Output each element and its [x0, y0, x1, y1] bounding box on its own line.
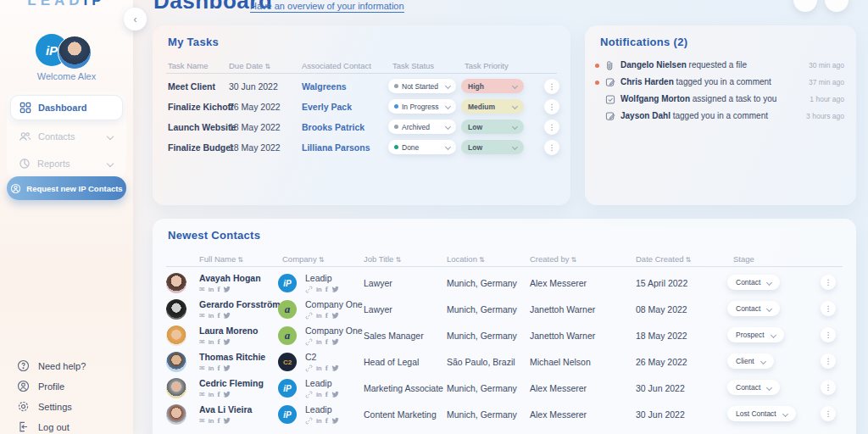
- row-menu-button[interactable]: ⋮: [821, 353, 836, 369]
- chevron-down-icon: [760, 358, 766, 364]
- company-name[interactable]: Leadip: [305, 404, 339, 415]
- sidebar-item-need-help[interactable]: Need help?: [17, 359, 86, 372]
- task-status-dropdown[interactable]: Not Started: [388, 79, 456, 93]
- contact-name[interactable]: Thomas Ritchie: [199, 352, 265, 362]
- company-name[interactable]: C2: [305, 352, 339, 362]
- task-status-dropdown[interactable]: Done: [388, 140, 456, 154]
- sidebar-item-settings[interactable]: Settings: [17, 400, 72, 413]
- col-due-date[interactable]: Due Date⇅: [229, 61, 270, 70]
- notification-item[interactable]: Wolfgang Morton assigned a task to you 1…: [585, 93, 856, 108]
- company-social-icons[interactable]: inf: [305, 416, 339, 425]
- notification-text: Wolfgang Morton assigned a task to you: [620, 94, 776, 103]
- header-action-button[interactable]: [825, 0, 849, 12]
- col-job-title[interactable]: Job Title⇅: [364, 254, 401, 264]
- contact-name[interactable]: Avayah Hogan: [199, 273, 261, 283]
- row-menu-button[interactable]: ⋮: [544, 120, 559, 135]
- stage-dropdown[interactable]: Contact: [727, 380, 780, 395]
- notification-item[interactable]: Chris Harden tagged you in a comment 37 …: [585, 76, 856, 92]
- chevron-down-icon: [445, 144, 451, 150]
- company-name[interactable]: Company One: [305, 299, 363, 309]
- status-dot: [394, 125, 398, 129]
- contact-social-icons[interactable]: ✉inf: [199, 285, 261, 293]
- task-status-dropdown[interactable]: Archived: [388, 120, 456, 134]
- task-status-dropdown[interactable]: In Progress: [388, 99, 456, 114]
- stage-dropdown[interactable]: Contact: [727, 275, 780, 290]
- stage-dropdown[interactable]: Lost Contact: [727, 406, 796, 421]
- sidebar-item-dashboard[interactable]: Dashboard: [10, 95, 123, 120]
- task-priority-dropdown[interactable]: High: [461, 79, 524, 93]
- col-created-by[interactable]: Created by⇅: [530, 254, 576, 264]
- twitter-icon: [223, 312, 231, 319]
- sidebar-item-reports[interactable]: Reports: [10, 151, 123, 176]
- row-menu-button[interactable]: ⋮: [544, 99, 559, 114]
- contact-name[interactable]: Gerardo Forsström: [199, 299, 281, 309]
- task-contact-link[interactable]: Everly Pack: [302, 102, 352, 112]
- company-name[interactable]: Company One: [305, 326, 363, 336]
- col-full-name[interactable]: Full Name⇅: [199, 254, 243, 264]
- company-name[interactable]: Leadip: [305, 273, 339, 283]
- col-associated-contact[interactable]: Associated Contact: [302, 61, 371, 70]
- task-contact-link[interactable]: Brooks Patrick: [302, 122, 364, 132]
- col-task-name[interactable]: Task Name: [168, 61, 209, 70]
- company-social-icons[interactable]: inf: [305, 285, 339, 293]
- contact-social-icons[interactable]: ✉inf: [199, 337, 258, 346]
- contact-social-icons[interactable]: ✉inf: [199, 390, 264, 398]
- stage-dropdown[interactable]: Client: [727, 353, 774, 369]
- created-by: Alex Messerer: [530, 409, 587, 420]
- company-social-icons[interactable]: inf: [305, 364, 339, 372]
- company-logo: iP: [278, 405, 297, 424]
- col-task-priority[interactable]: Task Priority: [465, 61, 509, 70]
- sidebar-item-profile[interactable]: Profile: [17, 380, 64, 392]
- col-stage: Stage: [733, 254, 754, 264]
- stage-dropdown[interactable]: Prospect: [727, 327, 784, 342]
- col-task-status[interactable]: Task Status: [392, 61, 434, 70]
- kebab-icon: ⋮: [825, 357, 832, 365]
- task-contact-link[interactable]: Lilliana Parsons: [302, 142, 370, 153]
- col-location[interactable]: Location⇅: [447, 254, 485, 264]
- job-title: Marketing Associate: [364, 383, 443, 393]
- sidebar-item-logout[interactable]: Log out: [17, 420, 70, 433]
- row-menu-button[interactable]: ⋮: [821, 301, 836, 316]
- notification-item[interactable]: Jayson Dahl tagged you in a comment 3 ho…: [585, 110, 856, 125]
- task-priority-dropdown[interactable]: Low: [461, 140, 524, 154]
- header-action-button[interactable]: [793, 0, 817, 12]
- user-avatar-group: iP: [36, 34, 98, 68]
- company-logo: iP: [278, 274, 297, 292]
- linkedin-icon: in: [316, 364, 322, 372]
- twitter-icon: [331, 312, 339, 319]
- row-menu-button[interactable]: ⋮: [544, 140, 559, 155]
- date-created: 08 May 2022: [636, 304, 687, 314]
- company-social-icons[interactable]: inf: [305, 311, 363, 320]
- request-new-ip-contacts-button[interactable]: Request new IP Contacts: [7, 176, 126, 200]
- task-contact-link[interactable]: Walgreens: [302, 81, 347, 92]
- col-company[interactable]: Company⇅: [282, 254, 324, 264]
- company-social-icons[interactable]: inf: [305, 337, 363, 346]
- sidebar-collapse-button[interactable]: ‹: [124, 8, 147, 31]
- col-date-created[interactable]: Date Created⇅: [636, 254, 691, 264]
- contact-name[interactable]: Laura Moreno: [199, 326, 258, 336]
- avatar[interactable]: [58, 36, 92, 70]
- contact-social-icons[interactable]: ✉inf: [199, 416, 252, 425]
- contact-social-icons[interactable]: ✉inf: [199, 311, 281, 320]
- sidebar-item-contacts[interactable]: Contacts: [10, 124, 123, 149]
- contact-name[interactable]: Cedric Fleming: [199, 378, 264, 388]
- sort-icon: ⇅: [264, 63, 270, 70]
- row-menu-button[interactable]: ⋮: [544, 79, 559, 94]
- contact-name[interactable]: Ava Li Vieira: [199, 404, 252, 415]
- facebook-icon: f: [326, 337, 328, 346]
- row-menu-button[interactable]: ⋮: [821, 380, 836, 395]
- row-menu-button[interactable]: ⋮: [821, 275, 836, 290]
- company-name[interactable]: Leadip: [305, 378, 339, 388]
- task-priority-dropdown[interactable]: Low: [461, 120, 524, 134]
- logout-icon: [17, 420, 30, 433]
- company-social-icons[interactable]: inf: [305, 390, 339, 398]
- row-menu-button[interactable]: ⋮: [821, 327, 836, 342]
- row-menu-button[interactable]: ⋮: [821, 406, 836, 421]
- table-row: Finalize Budget 18 May 2022 Lilliana Par…: [153, 140, 570, 159]
- profile-icon: [17, 380, 30, 392]
- stage-dropdown[interactable]: Contact: [727, 301, 780, 316]
- notification-item[interactable]: Dangelo Nielsen requested a file 30 min …: [585, 59, 856, 75]
- contact-social-icons[interactable]: ✉inf: [199, 364, 265, 372]
- created-by: Michael Nelson: [530, 357, 591, 367]
- task-priority-dropdown[interactable]: Medium: [461, 99, 524, 114]
